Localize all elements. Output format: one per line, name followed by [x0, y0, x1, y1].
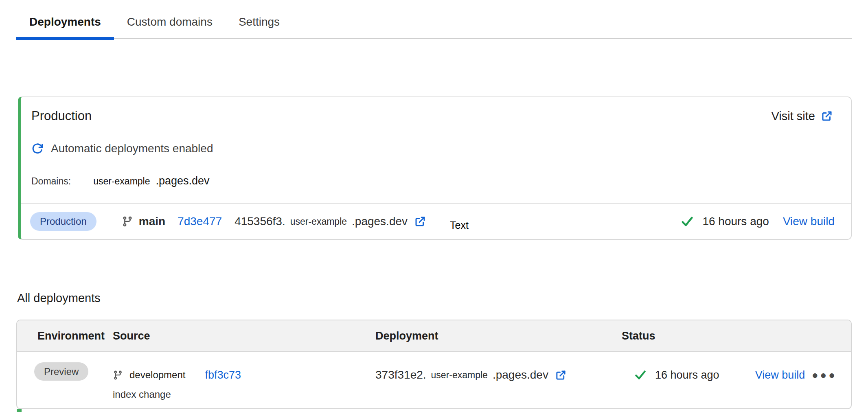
check-icon — [634, 368, 647, 381]
tab-bar: Deployments Custom domains Settings — [16, 8, 852, 39]
domain-name: user-example — [93, 176, 150, 187]
source-cell: development fbf3c73 index change — [113, 365, 375, 400]
more-options-icon[interactable]: ●●● — [812, 370, 837, 380]
deployment-url: 373f31e2. user-example .pages.dev — [375, 368, 567, 381]
table-header-row: Environment Source Deployment Status — [17, 320, 851, 352]
column-header-environment: Environment — [17, 330, 113, 342]
deployment-cell: 373f31e2. user-example .pages.dev — [375, 365, 622, 385]
auto-deployments-label: Automatic deployments enabled — [51, 142, 213, 155]
view-build-link[interactable]: View build — [755, 369, 805, 381]
commit-link[interactable]: 7d3e477 — [178, 215, 222, 228]
text-annotation: Text — [450, 219, 469, 231]
external-link-icon[interactable] — [414, 215, 426, 228]
domains-label: Domains: — [31, 176, 71, 187]
column-header-deployment: Deployment — [375, 330, 622, 342]
domain-value: user-example .pages.dev — [93, 175, 209, 187]
tab-custom-domains-label: Custom domains — [127, 15, 213, 28]
all-deployments-table: Environment Source Deployment Status Pre… — [16, 320, 852, 409]
external-link-icon — [821, 110, 833, 122]
branch-name: main — [139, 215, 165, 228]
auto-deployments-status: Automatic deployments enabled — [31, 142, 851, 155]
deployment-url-name: user-example — [290, 216, 347, 227]
check-icon — [680, 215, 694, 228]
view-build-link[interactable]: View build — [783, 215, 835, 228]
git-branch-icon — [122, 216, 133, 227]
domains-row: Domains: user-example .pages.dev — [31, 175, 851, 187]
deployment-status: 16 hours ago View build — [680, 215, 835, 228]
tab-deployments[interactable]: Deployments — [16, 8, 114, 38]
production-card-title: Production — [31, 109, 92, 123]
column-header-status: Status — [622, 330, 851, 342]
deployment-url-suffix: .pages.dev — [352, 215, 408, 228]
deployment-url-prefix: 373f31e2. — [375, 368, 426, 381]
next-row-accent-bar — [17, 409, 22, 412]
deployment-url-name: user-example — [431, 370, 488, 381]
source-branch: main — [122, 215, 165, 228]
production-card-header: Production Visit site — [21, 97, 851, 123]
production-deployment-row: Production main 7d3e477 415356f3. user-e… — [21, 203, 851, 239]
domain-suffix: .pages.dev — [156, 175, 210, 187]
source-branch: development — [113, 369, 185, 381]
column-header-source: Source — [113, 330, 375, 342]
environment-cell: Preview — [17, 365, 113, 378]
table-row: Preview development fbf3c73 index change — [17, 352, 851, 400]
environment-badge: Production — [30, 212, 96, 231]
deployment-url-suffix: .pages.dev — [493, 368, 548, 381]
tab-custom-domains[interactable]: Custom domains — [114, 8, 226, 38]
deployment-url: 415356f3. user-example .pages.dev — [235, 215, 426, 228]
visit-site-label: Visit site — [772, 110, 815, 123]
production-card: Production Visit site Automatic deployme… — [18, 96, 852, 240]
external-link-icon[interactable] — [555, 369, 567, 381]
tab-settings-label: Settings — [239, 15, 280, 28]
commit-link[interactable]: fbf3c73 — [205, 369, 241, 381]
git-branch-icon — [113, 370, 123, 380]
deployment-time: 16 hours ago — [702, 215, 769, 228]
environment-badge: Preview — [34, 362, 88, 381]
tab-deployments-label: Deployments — [29, 15, 101, 28]
branch-name: development — [129, 369, 185, 381]
all-deployments-title: All deployments — [17, 291, 101, 305]
tab-settings[interactable]: Settings — [226, 8, 293, 38]
visit-site-link[interactable]: Visit site — [772, 110, 833, 123]
refresh-icon — [31, 142, 44, 155]
deployment-time: 16 hours ago — [655, 369, 719, 381]
deployment-url-prefix: 415356f3. — [235, 215, 285, 228]
status-cell: 16 hours ago View build ●●● — [622, 365, 851, 385]
commit-message: index change — [113, 389, 375, 400]
